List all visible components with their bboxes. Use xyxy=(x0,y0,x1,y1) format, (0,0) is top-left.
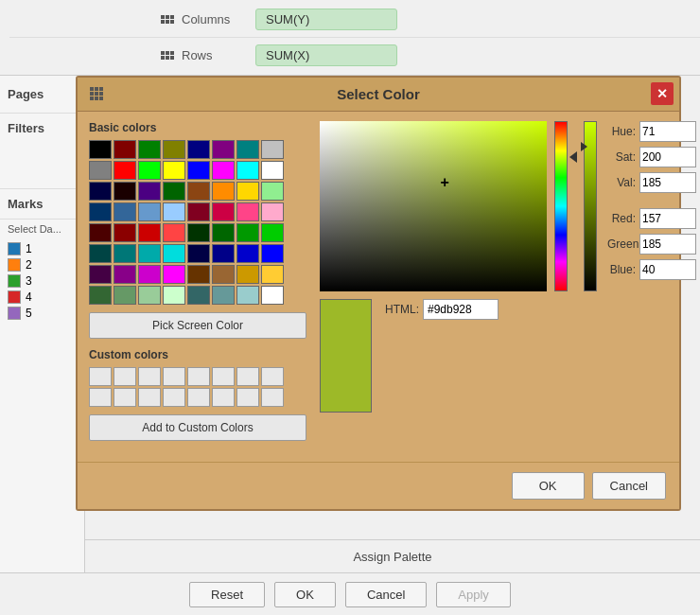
basic-swatch-39[interactable] xyxy=(236,223,259,242)
green-input[interactable] xyxy=(639,234,696,255)
basic-swatch-47[interactable] xyxy=(236,244,259,263)
basic-swatch-32[interactable] xyxy=(261,202,284,221)
basic-swatch-50[interactable] xyxy=(114,265,136,284)
custom-swatch-8[interactable] xyxy=(261,367,284,386)
value-slider[interactable] xyxy=(581,121,600,291)
custom-swatch-7[interactable] xyxy=(236,367,259,386)
sat-input[interactable] xyxy=(639,147,696,167)
basic-swatch-48[interactable] xyxy=(261,244,284,263)
basic-swatch-18[interactable] xyxy=(114,182,136,201)
basic-swatch-6[interactable] xyxy=(212,140,235,159)
basic-swatch-40[interactable] xyxy=(261,223,284,242)
basic-swatch-53[interactable] xyxy=(187,265,210,284)
basic-swatch-21[interactable] xyxy=(187,182,210,201)
basic-swatch-59[interactable] xyxy=(138,286,161,305)
basic-swatch-52[interactable] xyxy=(163,265,185,284)
dialog-close-button[interactable]: ✕ xyxy=(651,82,674,105)
custom-swatch-11[interactable] xyxy=(138,388,161,407)
basic-swatch-29[interactable] xyxy=(187,202,210,221)
basic-swatch-56[interactable] xyxy=(261,265,284,284)
basic-swatch-35[interactable] xyxy=(138,223,161,242)
basic-swatch-3[interactable] xyxy=(138,140,161,159)
basic-swatch-17[interactable] xyxy=(89,182,112,201)
custom-swatch-6[interactable] xyxy=(212,367,235,386)
basic-swatch-5[interactable] xyxy=(187,140,210,159)
dialog-ok-button[interactable]: OK xyxy=(512,472,585,500)
apply-button[interactable]: Apply xyxy=(436,582,511,607)
reset-button[interactable]: Reset xyxy=(189,582,265,607)
basic-swatch-13[interactable] xyxy=(187,161,210,180)
basic-swatch-49[interactable] xyxy=(89,265,112,284)
custom-swatch-9[interactable] xyxy=(89,388,112,407)
basic-swatch-37[interactable] xyxy=(187,223,210,242)
basic-swatch-64[interactable] xyxy=(261,286,284,305)
custom-swatch-16[interactable] xyxy=(261,388,284,407)
assign-palette-button[interactable]: Assign Palette xyxy=(85,539,700,572)
pick-screen-color-button[interactable]: Pick Screen Color xyxy=(89,312,306,339)
dialog-cancel-button[interactable]: Cancel xyxy=(592,472,666,500)
custom-swatch-3[interactable] xyxy=(138,367,161,386)
basic-swatch-61[interactable] xyxy=(187,286,210,305)
custom-swatch-14[interactable] xyxy=(212,388,235,407)
basic-swatch-33[interactable] xyxy=(89,223,112,242)
basic-swatch-7[interactable] xyxy=(236,140,259,159)
basic-swatch-62[interactable] xyxy=(212,286,235,305)
cancel-button[interactable]: Cancel xyxy=(345,582,427,607)
custom-swatch-5[interactable] xyxy=(187,367,210,386)
red-input[interactable] xyxy=(639,208,696,229)
basic-swatch-15[interactable] xyxy=(236,161,259,180)
basic-swatch-42[interactable] xyxy=(114,244,136,263)
custom-swatch-13[interactable] xyxy=(187,388,210,407)
hue-slider[interactable] xyxy=(554,121,573,291)
custom-swatch-1[interactable] xyxy=(89,367,112,386)
basic-swatch-4[interactable] xyxy=(163,140,185,159)
basic-swatch-23[interactable] xyxy=(236,182,259,201)
basic-swatch-14[interactable] xyxy=(212,161,235,180)
basic-swatch-43[interactable] xyxy=(138,244,161,263)
custom-swatch-12[interactable] xyxy=(163,388,185,407)
ok-button[interactable]: OK xyxy=(274,582,336,607)
basic-swatch-12[interactable] xyxy=(163,161,185,180)
basic-swatch-60[interactable] xyxy=(163,286,185,305)
basic-swatch-63[interactable] xyxy=(236,286,259,305)
custom-swatch-15[interactable] xyxy=(236,388,259,407)
basic-swatch-9[interactable] xyxy=(89,161,112,180)
basic-swatch-57[interactable] xyxy=(89,286,112,305)
basic-swatch-30[interactable] xyxy=(212,202,235,221)
color-gradient[interactable]: + xyxy=(320,121,547,291)
basic-swatch-20[interactable] xyxy=(163,182,185,201)
basic-swatch-38[interactable] xyxy=(212,223,235,242)
blue-input[interactable] xyxy=(639,259,696,280)
basic-swatch-28[interactable] xyxy=(163,202,185,221)
basic-swatch-36[interactable] xyxy=(163,223,185,242)
basic-swatch-46[interactable] xyxy=(212,244,235,263)
basic-swatch-26[interactable] xyxy=(114,202,136,221)
basic-swatch-10[interactable] xyxy=(114,161,136,180)
html-input[interactable] xyxy=(423,299,499,320)
basic-swatch-31[interactable] xyxy=(236,202,259,221)
basic-swatch-25[interactable] xyxy=(89,202,112,221)
basic-swatch-41[interactable] xyxy=(89,244,112,263)
custom-swatch-10[interactable] xyxy=(114,388,136,407)
basic-swatch-55[interactable] xyxy=(236,265,259,284)
basic-swatch-27[interactable] xyxy=(138,202,161,221)
basic-swatch-19[interactable] xyxy=(138,182,161,201)
basic-swatch-58[interactable] xyxy=(114,286,136,305)
add-to-custom-colors-button[interactable]: Add to Custom Colors xyxy=(89,414,306,441)
basic-swatch-16[interactable] xyxy=(261,161,284,180)
basic-swatch-45[interactable] xyxy=(187,244,210,263)
basic-swatch-1[interactable] xyxy=(89,140,112,159)
basic-swatch-44[interactable] xyxy=(163,244,185,263)
basic-swatch-51[interactable] xyxy=(138,265,161,284)
custom-swatch-4[interactable] xyxy=(163,367,185,386)
val-input[interactable] xyxy=(639,172,696,193)
basic-swatch-8[interactable] xyxy=(261,140,284,159)
basic-swatch-34[interactable] xyxy=(114,223,136,242)
basic-swatch-11[interactable] xyxy=(138,161,161,180)
basic-swatch-22[interactable] xyxy=(212,182,235,201)
basic-swatch-2[interactable] xyxy=(114,140,136,159)
basic-swatch-24[interactable] xyxy=(261,182,284,201)
custom-swatch-2[interactable] xyxy=(114,367,136,386)
basic-swatch-54[interactable] xyxy=(212,265,235,284)
hue-input[interactable] xyxy=(639,121,696,142)
